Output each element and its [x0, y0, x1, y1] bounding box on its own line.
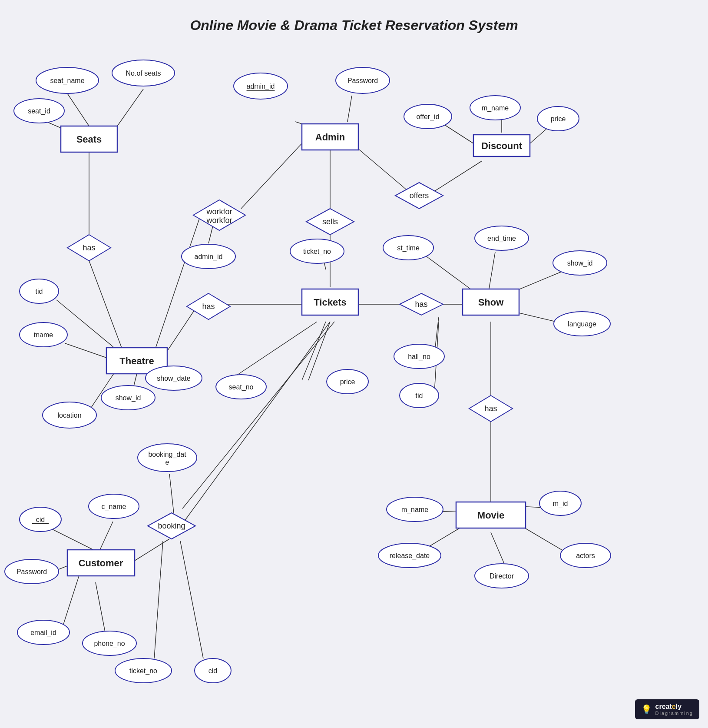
svg-line-40 — [308, 322, 330, 380]
svg-line-43 — [169, 474, 174, 513]
rel-workfor-label2: workfor — [206, 216, 232, 225]
svg-line-23 — [530, 128, 547, 143]
attr-st-time-label: st_time — [397, 244, 420, 252]
svg-line-4 — [89, 261, 122, 348]
attr-email-id-label: email_id — [30, 629, 56, 637]
attr-cid-book-label: cid — [208, 667, 217, 675]
brand-name-text: creat — [655, 703, 672, 710]
attr-seat-name-label: seat_name — [50, 77, 84, 85]
attr-m-id-label: m_id — [553, 500, 568, 508]
svg-line-46 — [100, 522, 113, 550]
attr-ticket-no-top-label: ticket_no — [303, 248, 331, 256]
attr-price-ticket-label: price — [340, 378, 355, 386]
entity-admin-label: Admin — [315, 132, 345, 143]
rel-has3-label: has — [415, 300, 427, 309]
svg-line-26 — [423, 254, 473, 291]
attr-admin-id1-label: admin_id — [247, 83, 275, 90]
attr-show-id-theatre-label: show_id — [116, 394, 141, 402]
er-diagram: Seats Theatre Admin Tickets Show Movie C… — [0, 0, 708, 728]
svg-line-19 — [352, 143, 408, 191]
attr-offer-id-label: offer_id — [416, 113, 439, 121]
rel-offers-label: offers — [410, 191, 429, 200]
svg-line-44 — [135, 539, 169, 561]
attr-end-time-label: end_time — [487, 235, 516, 243]
entity-customer-label: Customer — [79, 558, 123, 568]
attr-cid-cust-label: _cid_ — [32, 516, 49, 524]
entity-discount-label: Discount — [481, 140, 523, 151]
attr-tname-label: tname — [34, 331, 53, 339]
attr-m-name-movie-label: m_name — [401, 506, 428, 514]
rel-has4-label: has — [484, 404, 497, 413]
attr-no-of-seats-label: No.of seats — [126, 70, 161, 77]
svg-line-5 — [56, 300, 119, 352]
svg-line-51 — [180, 541, 203, 658]
svg-line-50 — [154, 541, 163, 658]
svg-line-39 — [302, 322, 326, 380]
svg-line-15 — [208, 226, 213, 243]
entity-tickets-label: Tickets — [314, 297, 346, 308]
brand-name-highlight: e — [672, 703, 676, 710]
attr-show-id-show-label: show_id — [567, 259, 593, 267]
svg-line-45 — [50, 528, 93, 550]
brand-text: creately Diagramming — [655, 703, 693, 716]
entity-seats-label: Seats — [76, 134, 102, 145]
brand-sub: Diagramming — [655, 711, 693, 716]
attr-c-name-label: c_name — [102, 503, 126, 511]
svg-line-21 — [443, 124, 473, 143]
attr-seat-id-label: seat_id — [28, 107, 50, 115]
attr-phone-no-label: phone_no — [94, 640, 125, 648]
rel-has2-label: has — [202, 302, 215, 311]
attr-booking-date-label: booking_dat — [148, 451, 186, 459]
brand-icon: 💡 — [641, 704, 652, 715]
brand-name-rest: ly — [676, 703, 682, 710]
svg-line-42 — [182, 322, 334, 509]
attr-admin-id2-label: admin_id — [195, 253, 223, 261]
svg-line-13 — [241, 143, 302, 209]
svg-line-38 — [521, 526, 569, 554]
svg-line-41 — [226, 322, 317, 382]
rel-workfor-label: workfor — [206, 207, 232, 216]
svg-line-14 — [154, 217, 200, 352]
attr-location-label: location — [57, 412, 81, 419]
svg-line-12 — [347, 96, 352, 122]
rel-sells-label: sells — [322, 217, 338, 226]
entity-movie-label: Movie — [477, 510, 504, 521]
attr-ticket-no-book-label: ticket_no — [129, 667, 157, 675]
svg-line-20 — [434, 161, 482, 191]
svg-line-37 — [491, 532, 504, 563]
attr-tid-show-label: tid — [416, 392, 423, 399]
svg-line-27 — [489, 252, 495, 291]
attr-release-date-label: release_date — [390, 552, 430, 560]
brand-name: creately — [655, 703, 693, 711]
diagram-container: Online Movie & Drama Ticket Reservation … — [0, 0, 708, 728]
brand-badge: 💡 creately Diagramming — [635, 699, 699, 719]
svg-line-0 — [67, 93, 89, 126]
attr-hall-no-label: hall_no — [408, 353, 430, 361]
entity-show-label: Show — [478, 297, 504, 308]
attr-price-disc-label: price — [551, 115, 566, 123]
attr-show-date-label: show_date — [157, 375, 190, 382]
attr-password-cust-label: Password — [17, 568, 47, 575]
attr-seat-no-label: seat_no — [229, 383, 254, 391]
svg-line-48 — [61, 572, 80, 632]
attr-language-label: language — [568, 320, 596, 328]
entity-theatre-label: Theatre — [119, 356, 154, 366]
rel-has1-label: has — [83, 243, 95, 252]
svg-line-1 — [117, 89, 143, 126]
attr-director-label: Director — [490, 572, 514, 580]
attr-tid-theatre-label: tid — [36, 288, 43, 295]
attr-m-name-disc-label: m_name — [482, 104, 509, 112]
attr-password-admin-label: Password — [347, 77, 378, 84]
attr-actors-label: actors — [576, 552, 595, 559]
rel-booking-label: booking — [158, 522, 185, 530]
svg-line-52 — [182, 322, 330, 524]
attr-booking-date-label2: e — [165, 459, 169, 466]
svg-line-49 — [96, 582, 106, 639]
